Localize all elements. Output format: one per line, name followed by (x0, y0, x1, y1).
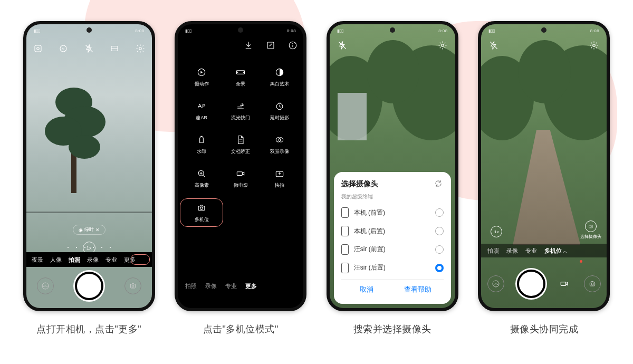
scene-tree (42, 88, 106, 193)
flash-icon[interactable] (84, 43, 94, 54)
shutter-button[interactable] (75, 272, 103, 300)
step-1: ▮▯▯ 8:08 AI ◉ 绿叶 ✕ 1x (23, 21, 155, 336)
mode-pro[interactable]: 专业 (106, 256, 117, 264)
mode-multicam[interactable]: 多机位 (180, 198, 223, 227)
shutter-row (481, 267, 607, 301)
filter-icon[interactable] (109, 43, 120, 54)
svg-rect-0 (35, 45, 41, 52)
help-button[interactable]: 查看帮助 (392, 280, 444, 300)
camera-notch (390, 27, 395, 33)
sheet-title: 选择摄像头 (341, 179, 378, 189)
mode-strip[interactable]: 拍照 录像 专业 更多 (178, 282, 303, 290)
svg-point-7 (139, 47, 142, 50)
switch-camera-button[interactable] (124, 277, 141, 294)
radio-icon[interactable] (435, 245, 444, 254)
gallery-thumb-button[interactable] (487, 275, 504, 292)
mode-video[interactable]: 录像 (205, 282, 217, 290)
phone-frame: ▮▯▯8:08 慢动作 全景 黑白艺术 趣AR 流光快门 延时摄影 水印 文档矫… (175, 21, 306, 311)
mode-photo[interactable]: 拍照 (69, 256, 80, 264)
settings-icon[interactable] (437, 40, 448, 51)
svg-point-29 (593, 44, 596, 47)
radio-icon[interactable] (435, 208, 444, 217)
mode-bw[interactable]: 黑白艺术 (260, 66, 299, 88)
highlight-ring (131, 254, 150, 265)
device-option[interactable]: 汪sir (前置) (341, 241, 444, 259)
svg-rect-22 (237, 172, 243, 176)
svg-point-10 (132, 285, 134, 287)
switch-camera-button[interactable] (584, 275, 601, 292)
step-3: ▮▯▯8:08 选择摄像头 我的超级终端 本机 (前置) 本机 (后置) 汪si… (327, 21, 458, 336)
filter-pill[interactable]: ◉ 绿叶 ✕ (73, 225, 106, 235)
sheet-actions: 取消 查看帮助 (341, 279, 444, 300)
refresh-icon[interactable] (434, 179, 444, 189)
device-option[interactable]: 汪sir (后置) (341, 258, 444, 277)
mode-hires[interactable]: 高像素 (182, 168, 221, 189)
mode-photo[interactable]: 拍照 (185, 282, 197, 290)
smart-vision-icon[interactable] (33, 43, 43, 54)
mode-dualview[interactable]: 双景录像 (260, 134, 299, 155)
flash-icon[interactable] (337, 40, 348, 51)
video-mode-icon[interactable] (558, 277, 571, 291)
svg-point-31 (590, 226, 592, 227)
modes-grid: 慢动作 全景 黑白艺术 趣AR 流光快门 延时摄影 水印 文档矫正 双景录像 高… (178, 66, 303, 224)
mode-snapshot[interactable]: 快拍 (260, 168, 299, 189)
phone-icon (341, 207, 349, 218)
mode-light[interactable]: 流光快门 (221, 100, 260, 121)
svg-point-25 (200, 207, 203, 209)
svg-rect-34 (590, 282, 594, 286)
svg-rect-9 (130, 284, 135, 288)
device-option[interactable]: 本机 (后置) (341, 222, 444, 241)
settings-icon[interactable] (589, 40, 599, 51)
cancel-button[interactable]: 取消 (341, 280, 392, 300)
svg-point-19 (276, 138, 281, 142)
mode-pro[interactable]: 专业 (525, 247, 537, 255)
mode-pro[interactable]: 专业 (225, 282, 237, 290)
settings-icon[interactable] (135, 43, 146, 54)
svg-text:AI: AI (62, 47, 65, 50)
mode-video[interactable]: 录像 (87, 256, 99, 264)
gallery-thumb-button[interactable] (37, 277, 54, 294)
edit-icon[interactable] (265, 40, 276, 51)
mode-portrait[interactable]: 人像 (50, 256, 62, 264)
mode-night[interactable]: 夜景 (32, 256, 43, 264)
mode-more[interactable]: 更多 (245, 282, 257, 290)
phone-frame: ▮▯▯8:08 1x 选择摄像头 拍照 录像 专业 多机位︿ (478, 21, 610, 311)
info-icon[interactable] (287, 40, 298, 51)
chevron-up-icon: ︿ (563, 249, 567, 254)
phone-icon (341, 226, 349, 236)
mode-photo[interactable]: 拍照 (487, 247, 499, 255)
mode-microfilm[interactable]: 微电影 (221, 168, 260, 189)
mode-slowmo[interactable]: 慢动作 (182, 66, 221, 88)
svg-point-27 (442, 44, 444, 47)
radio-selected-icon[interactable] (435, 264, 444, 272)
phones-row: ▮▯▯ 8:08 AI ◉ 绿叶 ✕ 1x (0, 0, 633, 341)
step-4: ▮▯▯8:08 1x 选择摄像头 拍照 录像 专业 多机位︿ (478, 21, 610, 336)
mode-multicam[interactable]: 多机位︿ (544, 247, 567, 255)
camera-top-toolbar (330, 40, 455, 51)
phone-frame: ▮▯▯ 8:08 AI ◉ 绿叶 ✕ 1x (23, 21, 155, 311)
radio-icon[interactable] (435, 227, 444, 235)
scene-path (513, 130, 580, 245)
camera-top-toolbar (481, 40, 607, 51)
select-camera-button[interactable]: 选择摄像头 (580, 221, 601, 240)
mode-ar[interactable]: 趣AR (182, 100, 221, 121)
mode-video[interactable]: 录像 (506, 247, 518, 255)
mode-timelapse[interactable]: 延时摄影 (260, 100, 299, 121)
step-caption: 摄像头协同完成 (510, 323, 579, 336)
shutter-row (26, 269, 152, 303)
mode-doc[interactable]: 文档矫正 (221, 134, 260, 155)
shutter-button[interactable] (517, 270, 545, 298)
mode-watermark[interactable]: 水印 (182, 134, 221, 155)
camera-viewfinder (481, 24, 607, 308)
ai-icon[interactable]: AI (58, 43, 69, 54)
camera-top-toolbar: AI (26, 39, 152, 58)
device-option[interactable]: 本机 (前置) (341, 204, 444, 222)
svg-rect-33 (561, 282, 565, 286)
step-caption: 搜索并选择摄像头 (353, 323, 431, 336)
phone-frame: ▮▯▯8:08 选择摄像头 我的超级终端 本机 (前置) 本机 (后置) 汪si… (327, 21, 458, 311)
phone-icon (341, 263, 349, 273)
mode-pano[interactable]: 全景 (221, 66, 260, 88)
flash-icon[interactable] (488, 40, 499, 51)
download-icon[interactable] (243, 40, 254, 51)
mode-strip[interactable]: 拍照 录像 专业 多机位︿ (481, 244, 607, 257)
